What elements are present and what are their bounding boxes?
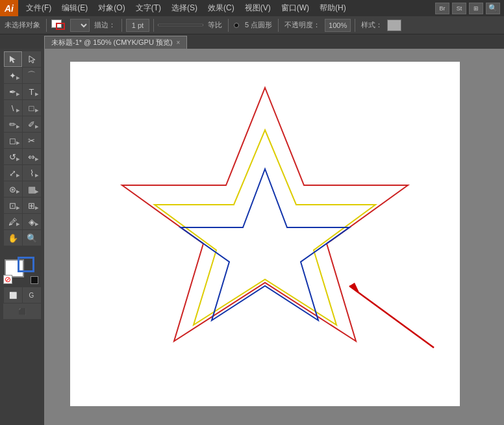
divider-6: [355, 19, 355, 32]
graph-tool[interactable]: ▦▸: [23, 181, 41, 197]
title-right: Br St ⊞ 🔍: [435, 3, 504, 14]
arrange-icon[interactable]: ⊞: [469, 3, 483, 14]
swap-swatch[interactable]: [31, 276, 38, 284]
color-swatches-area: ⊘: [3, 250, 41, 284]
small-blue-star[interactable]: [181, 169, 349, 320]
main-area: ✦▸ ⌒ ✒▸ T▸ \▸ □▸ ✏▸ ✐▸ ◻▸ ✂ ↺▸ ⇔▸ ⤢▸ ⌇▸ …: [0, 49, 504, 425]
tool-row-8: ⤢▸ ⌇▸: [4, 165, 41, 181]
title-bar: Ai 文件(F) 编辑(E) 对象(O) 文字(T) 选择(S) 效果(C) 视…: [0, 0, 504, 16]
magic-wand-tool[interactable]: ✦▸: [4, 68, 22, 83]
bridge-icon[interactable]: Br: [435, 3, 449, 14]
symbol-tool[interactable]: ⊛▸: [4, 181, 22, 197]
hand-tool[interactable]: ✋: [4, 230, 22, 246]
menu-file[interactable]: 文件(F): [21, 0, 57, 16]
select-tool[interactable]: [4, 51, 22, 67]
tool-row-4: \▸ □▸: [4, 100, 41, 116]
pen-tool[interactable]: ✒▸: [4, 84, 22, 99]
divider-4: [228, 19, 229, 32]
menu-view[interactable]: 视图(V): [240, 0, 276, 16]
menu-bar: 文件(F) 编辑(E) 对象(O) 文字(T) 选择(S) 效果(C) 视图(V…: [18, 0, 435, 16]
line-preview: [158, 24, 203, 26]
tool-row-2: ✦▸ ⌒: [4, 68, 41, 83]
style-preview[interactable]: [387, 19, 401, 31]
artboard-tool[interactable]: ⊡▸: [4, 198, 22, 213]
tools-panel: ✦▸ ⌒ ✒▸ T▸ \▸ □▸ ✏▸ ✐▸ ◻▸ ✂ ↺▸ ⇔▸ ⤢▸ ⌇▸ …: [0, 49, 44, 425]
tool-row-9: ⊛▸ ▦▸: [4, 181, 41, 197]
change-screen-btn[interactable]: G: [23, 287, 41, 303]
divider-2: [121, 19, 122, 32]
menu-object[interactable]: 对象(O): [93, 0, 130, 16]
stroke-swatch[interactable]: [18, 257, 34, 272]
opacity-label: 不透明度：: [283, 20, 322, 30]
divider-5: [278, 19, 279, 32]
divider-3: [153, 19, 154, 32]
stock-icon[interactable]: St: [452, 3, 466, 14]
tool-row-5: ✏▸ ✐▸: [4, 116, 41, 132]
scissors-tool[interactable]: ✂: [23, 133, 41, 148]
artboard: [70, 62, 460, 406]
slice-tool[interactable]: ⊞▸: [23, 198, 41, 213]
zoom-tool[interactable]: 🔍: [23, 230, 41, 246]
menu-window[interactable]: 窗口(W): [276, 0, 314, 16]
none-swatch[interactable]: ⊘: [3, 275, 12, 284]
no-selection-label: 未选择对象: [3, 20, 42, 30]
tool-row-6: ◻▸ ✂: [4, 133, 41, 148]
toolbar-stroke-swatch[interactable]: [51, 19, 68, 32]
tool-row-7: ↺▸ ⇔▸: [4, 149, 41, 164]
monitor-btn[interactable]: ⬛: [3, 303, 41, 319]
tool-row-1: [4, 51, 41, 67]
reflect-tool[interactable]: ⇔▸: [23, 149, 41, 164]
svg-line-0: [349, 286, 434, 348]
equal-ratio-label: 等比: [206, 20, 224, 30]
type-tool[interactable]: T▸: [23, 84, 41, 99]
menu-help[interactable]: 帮助(H): [314, 0, 351, 16]
warp-tool[interactable]: ⌇▸: [23, 165, 41, 181]
tab-close-btn[interactable]: ×: [177, 39, 181, 46]
tool-row-12: ✋ 🔍: [4, 230, 41, 246]
rect-tool[interactable]: □▸: [23, 100, 41, 116]
screen-mode-btn[interactable]: ⬜: [4, 287, 22, 303]
stroke-label: 描边：: [92, 20, 118, 30]
menu-effect[interactable]: 效果(C): [203, 0, 240, 16]
eraser-tool[interactable]: ◻▸: [4, 133, 22, 148]
paintbrush-tool[interactable]: ✏▸: [4, 116, 22, 132]
tab-label: 未标题-1* @ 150% (CMYK/GPU 预览): [51, 38, 173, 47]
blend-tool[interactable]: ◈▸: [23, 214, 41, 229]
red-arrow-annotation: [349, 283, 434, 348]
menu-select[interactable]: 选择(S): [166, 0, 203, 16]
opacity-input[interactable]: [325, 19, 351, 32]
tab-bar: 未标题-1* @ 150% (CMYK/GPU 预览) ×: [0, 34, 504, 49]
tool-row-3: ✒▸ T▸: [4, 84, 41, 99]
style-label: 样式：: [359, 20, 384, 30]
divider-1: [46, 19, 47, 32]
dot-indicator: [234, 23, 239, 28]
ai-logo: Ai: [0, 0, 18, 16]
stroke-type-select[interactable]: —: [70, 19, 90, 32]
document-tab[interactable]: 未标题-1* @ 150% (CMYK/GPU 预览) ×: [44, 36, 187, 49]
scale-tool[interactable]: ⤢▸: [4, 165, 22, 181]
line-tool[interactable]: \▸: [4, 100, 22, 116]
large-red-star[interactable]: [122, 88, 408, 341]
options-toolbar: 未选择对象 — 描边： 等比 5 点圆形 不透明度： 样式：: [0, 16, 504, 34]
stroke-size-input[interactable]: [126, 19, 149, 32]
bottom-row: ⬛: [3, 303, 41, 319]
pencil-tool[interactable]: ✐▸: [23, 116, 41, 132]
search-btn[interactable]: 🔍: [486, 3, 500, 14]
rotate-tool[interactable]: ↺▸: [4, 149, 22, 164]
lasso-tool[interactable]: ⌒: [23, 68, 41, 83]
menu-type[interactable]: 文字(T): [131, 0, 166, 16]
tool-row-11: 🖉▸ ◈▸: [4, 214, 41, 229]
direct-select-tool[interactable]: [23, 51, 41, 67]
canvas-area: [44, 49, 504, 425]
artwork-svg: [70, 62, 460, 406]
view-mode-row: ⬜ G: [4, 287, 41, 303]
eyedropper-tool[interactable]: 🖉▸: [4, 214, 22, 229]
menu-edit[interactable]: 编辑(E): [57, 0, 93, 16]
tool-row-10: ⊡▸ ⊞▸: [4, 198, 41, 213]
dot-points-label: 5 点圆形: [243, 20, 274, 30]
